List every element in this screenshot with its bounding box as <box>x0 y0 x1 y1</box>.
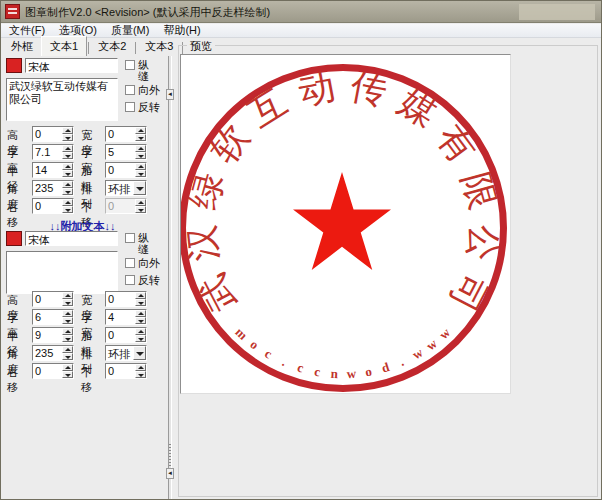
spin-up-icon[interactable] <box>135 292 146 299</box>
spin-field[interactable]: 0 <box>105 126 147 142</box>
spin-field[interactable]: 0 <box>105 291 147 307</box>
spin-down-icon[interactable] <box>62 170 73 177</box>
spinner-control <box>62 163 73 177</box>
spin-down-icon[interactable] <box>62 299 73 306</box>
seam-checkbox: 纵缝 <box>125 60 151 82</box>
spin-up-icon[interactable] <box>62 310 73 317</box>
menu-item-3[interactable]: 质量(M) <box>105 23 156 38</box>
spin-down-icon[interactable] <box>62 152 73 159</box>
seal-text-input[interactable] <box>6 251 118 294</box>
spin-down-icon[interactable] <box>135 170 146 177</box>
spin-field[interactable]: 0 <box>32 126 74 142</box>
spin-up-icon[interactable] <box>62 328 73 335</box>
spin-field[interactable]: 0 <box>105 198 147 214</box>
checkbox[interactable] <box>125 258 135 268</box>
spin-up-icon[interactable] <box>62 127 73 134</box>
tab-外框[interactable]: 外框 <box>3 38 41 56</box>
seal-text-input[interactable]: 武汉绿软互动传媒有限公司 <box>6 78 118 121</box>
spin-up-icon[interactable] <box>135 163 146 170</box>
spin-field[interactable]: 235 <box>32 345 74 361</box>
spin-field[interactable]: 0 <box>105 162 147 178</box>
window-controls-area[interactable] <box>519 4 595 20</box>
spin-up-icon[interactable] <box>135 127 146 134</box>
spin-up-icon[interactable] <box>135 199 146 206</box>
splitter-grip[interactable] <box>169 444 171 466</box>
spin-field[interactable]: 235 <box>32 180 74 196</box>
color-swatch[interactable] <box>6 58 22 73</box>
spin-field[interactable]: 0 <box>32 363 74 379</box>
font-name-field[interactable]: 宋体 <box>25 231 118 246</box>
spin-field[interactable]: 9 <box>32 327 74 343</box>
spin-down-icon[interactable] <box>62 317 73 324</box>
spin-down-icon[interactable] <box>62 188 73 195</box>
spin-down-icon[interactable] <box>135 206 146 213</box>
spin-down-icon[interactable] <box>135 152 146 159</box>
spin-down-icon[interactable] <box>62 335 73 342</box>
spin-up-icon[interactable] <box>62 346 73 353</box>
tab-文本3[interactable]: 文本3 <box>137 38 181 56</box>
spin-down-icon[interactable] <box>62 353 73 360</box>
spin-down-icon[interactable] <box>135 299 146 306</box>
spin-field[interactable]: 7.1 <box>32 144 74 160</box>
field-value: 环排 <box>108 347 130 362</box>
spin-up-icon[interactable] <box>62 199 73 206</box>
checkbox[interactable] <box>125 102 135 112</box>
seal-character: 汉 <box>183 223 223 263</box>
spinner-control <box>135 199 146 213</box>
spin-down-icon[interactable] <box>62 206 73 213</box>
field-label: 下移 <box>81 365 92 395</box>
spin-down-icon[interactable] <box>135 317 146 324</box>
spinner-control <box>135 364 146 378</box>
panel-splitter[interactable]: ◄ ◄ <box>165 56 175 500</box>
menu-item-4[interactable]: 帮助(H) <box>157 23 206 38</box>
spinner-control <box>135 292 146 306</box>
font-name-field[interactable]: 宋体 <box>25 58 118 73</box>
spin-up-icon[interactable] <box>62 181 73 188</box>
spin-field[interactable]: 0 <box>32 198 74 214</box>
spin-down-icon[interactable] <box>135 371 146 378</box>
field-value: 6 <box>35 311 41 323</box>
spin-field[interactable]: 6 <box>32 309 74 325</box>
spinner-control <box>62 292 73 306</box>
spin-field[interactable]: 0 <box>105 327 147 343</box>
spin-down-icon[interactable] <box>135 134 146 141</box>
dropdown-arrow-icon[interactable] <box>133 346 146 360</box>
spin-field[interactable]: 4 <box>105 309 147 325</box>
spin-field[interactable]: 0 <box>32 291 74 307</box>
spinner-control <box>62 127 73 141</box>
spin-up-icon[interactable] <box>135 310 146 317</box>
outward-checkbox: 向外 <box>125 258 160 269</box>
collapse-left-icon[interactable]: ◄ <box>166 468 174 479</box>
checkbox[interactable] <box>125 275 135 285</box>
spin-field[interactable]: 5 <box>105 144 147 160</box>
title-bar[interactable]: 图章制作V2.0 <Revision> (默认采用中反走样绘制) <box>1 1 602 23</box>
seal-character: 传 <box>348 68 390 110</box>
dropdown-arrow-icon[interactable] <box>133 181 146 195</box>
color-swatch[interactable] <box>6 231 22 246</box>
spin-up-icon[interactable] <box>135 364 146 371</box>
outward-checkbox: 向外 <box>125 85 160 96</box>
spin-field[interactable]: 0 <box>105 363 147 379</box>
arrange-dropdown[interactable]: 环排 <box>105 345 147 361</box>
spinner-control <box>135 328 146 342</box>
spin-down-icon[interactable] <box>62 371 73 378</box>
collapse-left-icon[interactable]: ◄ <box>166 89 174 100</box>
tab-文本1[interactable]: 文本1 <box>41 36 87 56</box>
spin-up-icon[interactable] <box>62 292 73 299</box>
splitter-rail[interactable] <box>168 56 172 500</box>
field-label: 右移 <box>7 365 18 395</box>
checkbox[interactable] <box>125 233 135 243</box>
arrange-dropdown[interactable]: 环排 <box>105 180 147 196</box>
spin-field[interactable]: 14 <box>32 162 74 178</box>
checkbox[interactable] <box>125 60 135 70</box>
spin-up-icon[interactable] <box>135 145 146 152</box>
checkbox[interactable] <box>125 85 135 95</box>
spin-down-icon[interactable] <box>135 335 146 342</box>
field-value: 0 <box>35 293 41 305</box>
spin-up-icon[interactable] <box>135 328 146 335</box>
tab-文本2[interactable]: 文本2 <box>90 38 134 56</box>
spin-up-icon[interactable] <box>62 163 73 170</box>
spin-down-icon[interactable] <box>62 134 73 141</box>
spin-up-icon[interactable] <box>62 145 73 152</box>
spin-up-icon[interactable] <box>62 364 73 371</box>
